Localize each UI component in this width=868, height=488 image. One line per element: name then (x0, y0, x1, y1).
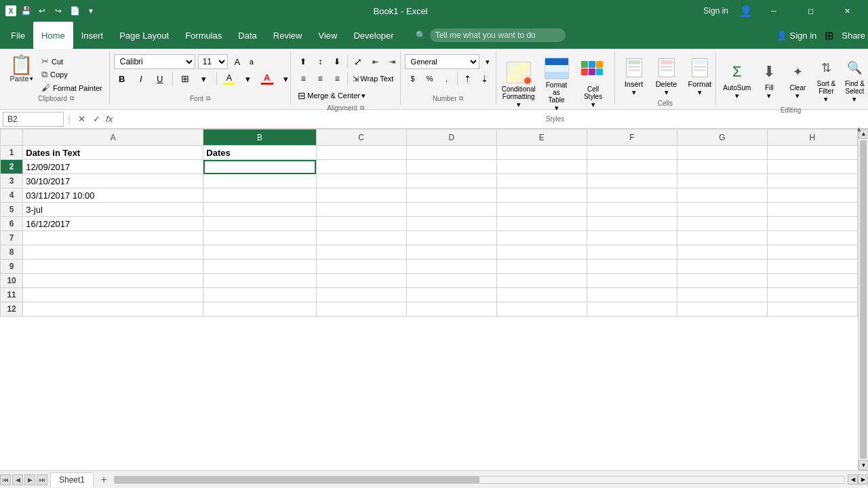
enter-formula-button[interactable]: ✓ (90, 113, 103, 126)
cell-E5[interactable] (496, 203, 587, 217)
menu-view[interactable]: View (310, 22, 345, 49)
row-header-5[interactable]: 5 (1, 203, 23, 217)
cell-G2[interactable] (677, 160, 767, 174)
column-header-A[interactable]: A (23, 129, 203, 146)
cell-E3[interactable] (496, 174, 587, 188)
cell-E2[interactable] (496, 160, 587, 174)
column-header-E[interactable]: E (496, 129, 587, 146)
cell-H6[interactable] (767, 217, 857, 231)
cell-E8[interactable] (496, 245, 587, 260)
cell-H1[interactable] (767, 146, 857, 160)
fill-dropdown-icon[interactable]: ▾ (767, 92, 771, 100)
scroll-left-button[interactable]: ◀ (848, 474, 858, 485)
menu-file[interactable]: File (3, 22, 33, 49)
sign-in-button[interactable]: 👤 Sign in (776, 30, 817, 41)
cell-A9[interactable] (23, 260, 203, 274)
wrap-text-button[interactable]: ⇲ Wrap Text (350, 71, 396, 86)
conditional-formatting-button[interactable]: ConditionalFormatting ▾ (500, 58, 537, 110)
align-center-button[interactable]: ≡ (312, 71, 328, 86)
h-scroll-thumb[interactable] (115, 476, 479, 483)
customize-qat-button[interactable]: ▾ (84, 4, 98, 18)
cell-D8[interactable] (406, 245, 496, 260)
autosum-button[interactable]: Σ AutoSum ▾ (720, 58, 753, 102)
scroll-thumb[interactable] (860, 140, 867, 459)
close-button[interactable]: ✕ (831, 0, 863, 22)
cell-D11[interactable] (406, 288, 496, 302)
cell-C10[interactable] (316, 274, 406, 288)
comma-format-button[interactable]: , (439, 71, 455, 86)
align-left-button[interactable]: ≡ (295, 71, 311, 86)
add-sheet-button[interactable]: + (96, 472, 111, 487)
cell-E7[interactable] (496, 231, 587, 245)
restore-button[interactable]: ◻ (795, 0, 826, 22)
format-cells-button[interactable]: Format ▾ (684, 54, 716, 98)
cell-C4[interactable] (316, 188, 406, 203)
cell-G11[interactable] (677, 288, 767, 302)
italic-button[interactable]: I (133, 71, 149, 86)
cell-D7[interactable] (406, 231, 496, 245)
cell-E1[interactable] (496, 146, 587, 160)
font-size-select[interactable]: 11 (198, 54, 228, 69)
cell-D10[interactable] (406, 274, 496, 288)
cell-B10[interactable] (203, 274, 316, 288)
cell-C6[interactable] (316, 217, 406, 231)
clear-dropdown-icon[interactable]: ▾ (795, 92, 800, 100)
cell-A10[interactable] (23, 274, 203, 288)
format-as-table-button[interactable]: Format asTable ▾ (540, 54, 574, 114)
cell-F6[interactable] (587, 217, 677, 231)
sheet-nav-prev-button[interactable]: ◀ (12, 474, 23, 485)
cell-G3[interactable] (677, 174, 767, 188)
cell-E4[interactable] (496, 188, 587, 203)
cell-B5[interactable] (203, 203, 316, 217)
cell-G8[interactable] (677, 245, 767, 260)
indent-increase-button[interactable]: ⇥ (384, 54, 400, 69)
column-header-B[interactable]: B (203, 129, 316, 146)
cell-A1[interactable]: Dates in Text (23, 146, 203, 160)
conditional-formatting-dropdown-icon[interactable]: ▾ (517, 100, 521, 109)
cell-G10[interactable] (677, 274, 767, 288)
cell-C1[interactable] (316, 146, 406, 160)
column-header-H[interactable]: H (767, 129, 857, 146)
clear-button[interactable]: ✦ Clear ▾ (785, 58, 810, 102)
merge-dropdown-icon[interactable]: ▾ (361, 92, 366, 100)
cell-H4[interactable] (767, 188, 857, 203)
cell-F4[interactable] (587, 188, 677, 203)
cell-C7[interactable] (316, 231, 406, 245)
cell-B3[interactable] (203, 174, 316, 188)
cell-A12[interactable] (23, 302, 203, 317)
font-expand-icon[interactable]: ⧉ (206, 95, 210, 102)
cell-F2[interactable] (587, 160, 677, 174)
cell-B8[interactable] (203, 245, 316, 260)
cell-F11[interactable] (587, 288, 677, 302)
format-cells-dropdown-icon[interactable]: ▾ (698, 88, 702, 97)
cell-D3[interactable] (406, 174, 496, 188)
column-header-G[interactable]: G (677, 129, 767, 146)
sort-filter-button[interactable]: ⇅ Sort &Filter ▾ (813, 54, 839, 105)
fill-button[interactable]: ⬇ Fill ▾ (756, 58, 782, 102)
decrease-font-size-button[interactable]: a (245, 54, 258, 69)
angle-text-button[interactable]: ⤢ (350, 54, 366, 69)
cell-F3[interactable] (587, 174, 677, 188)
cell-A5[interactable]: 3-jul (23, 203, 203, 217)
cell-B1[interactable]: Dates (203, 146, 316, 160)
menu-review[interactable]: Review (265, 22, 311, 49)
align-right-button[interactable]: ≡ (329, 71, 345, 86)
fill-color-dropdown-button[interactable]: ▾ (240, 71, 256, 86)
undo-button[interactable]: ↩ (35, 4, 49, 18)
column-header-F[interactable]: F (587, 129, 677, 146)
save-button[interactable]: 💾 (19, 4, 33, 18)
format-painter-button[interactable]: 🖌 Format Painter (39, 82, 105, 94)
cell-H3[interactable] (767, 174, 857, 188)
paste-button[interactable]: 📋 Paste ▾ (7, 54, 36, 84)
fill-color-button[interactable]: A (221, 73, 237, 85)
scroll-down-button[interactable]: ▼ (859, 460, 868, 470)
cell-G12[interactable] (677, 302, 767, 317)
name-box[interactable] (3, 112, 64, 127)
cell-F5[interactable] (587, 203, 677, 217)
cell-C5[interactable] (316, 203, 406, 217)
cell-G5[interactable] (677, 203, 767, 217)
cell-G1[interactable] (677, 146, 767, 160)
cell-D4[interactable] (406, 188, 496, 203)
menu-formulas[interactable]: Formulas (177, 22, 230, 49)
cell-B12[interactable] (203, 302, 316, 317)
